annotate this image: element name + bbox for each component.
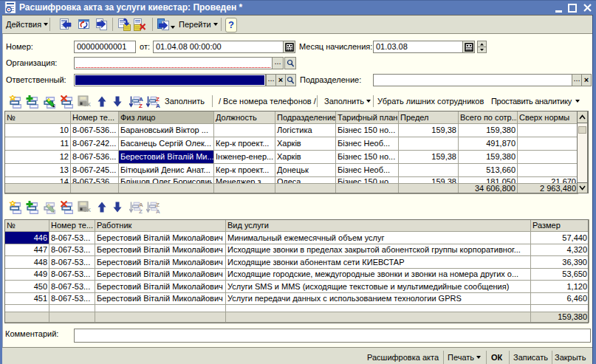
svg-text:A: A <box>156 208 160 214</box>
svg-text:A: A <box>156 103 160 109</box>
svg-text:OK: OK <box>83 207 92 213</box>
svg-text:Z: Z <box>156 202 160 208</box>
svg-text:A: A <box>139 202 143 208</box>
svg-text:OK: OK <box>83 102 92 107</box>
svg-text:Z: Z <box>139 208 143 214</box>
svg-text:Z: Z <box>139 103 143 109</box>
svg-text:A: A <box>139 96 143 103</box>
svg-text:Z: Z <box>156 96 160 103</box>
